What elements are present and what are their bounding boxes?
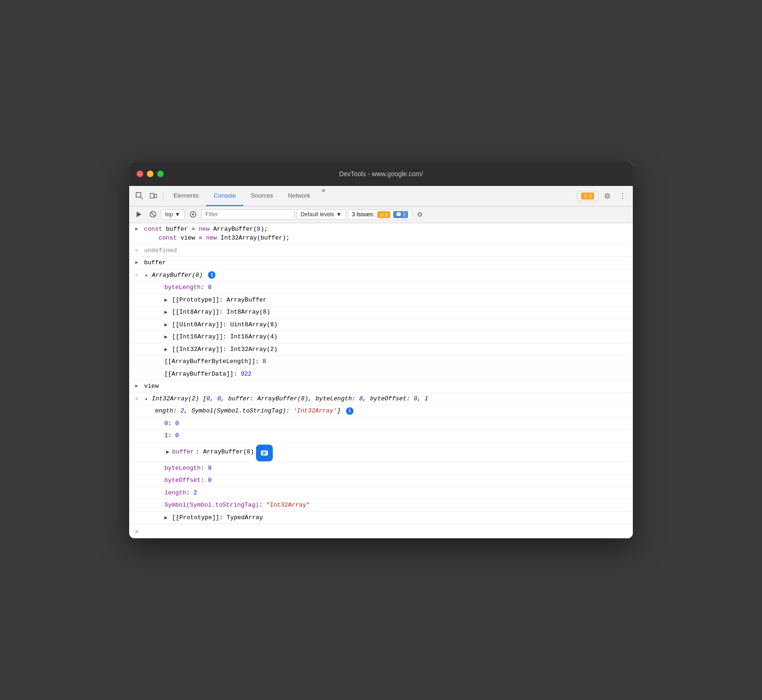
view-child-symbol: Symbol(Symbol.toStringTag): "Int32Array" bbox=[129, 499, 633, 512]
view-index-1: 1: 0 bbox=[153, 431, 629, 440]
expand-buffer-prop[interactable]: ▶ bbox=[166, 448, 169, 456]
gutter-view-child-4 bbox=[139, 464, 153, 465]
console-prompt: > bbox=[129, 524, 633, 538]
gutter-arrow-view[interactable]: ▶ bbox=[129, 382, 144, 390]
context-label: top bbox=[165, 211, 173, 218]
gutter-arrow-3[interactable]: ▶ bbox=[129, 258, 144, 266]
console-settings-button[interactable]: ⚙ bbox=[414, 209, 426, 220]
gutter-view-2 bbox=[129, 406, 144, 407]
view-child-length: length: 2 bbox=[129, 487, 633, 500]
levels-arrow: ▼ bbox=[336, 211, 342, 218]
maximize-button[interactable] bbox=[157, 171, 164, 177]
gutter-view-child-3 bbox=[139, 444, 153, 445]
toolbar-divider bbox=[163, 191, 163, 200]
tab-sources[interactable]: Sources bbox=[243, 186, 281, 206]
live-expressions-button[interactable] bbox=[187, 209, 200, 220]
settings-button[interactable]: ⚙ bbox=[601, 190, 613, 202]
close-button[interactable] bbox=[137, 171, 143, 177]
child-byteLength: byteLength: 8 bbox=[153, 283, 629, 292]
view-prototype: ▶ [[Prototype]]: TypedArray bbox=[153, 513, 629, 522]
console-issues[interactable]: 3 Issues: ⚠ 1 💬 2 bbox=[348, 209, 412, 220]
prompt-cursor[interactable] bbox=[144, 527, 629, 535]
console-entry-2: < undefined bbox=[129, 245, 633, 257]
expand-int8[interactable]: ▶ bbox=[164, 309, 167, 316]
console-entry-view-input: ▶ view bbox=[129, 380, 633, 393]
tab-elements[interactable]: Elements bbox=[166, 186, 206, 206]
cursor-tooltip-icon[interactable] bbox=[256, 445, 273, 461]
expand-arraybuffer[interactable]: ▾ bbox=[142, 274, 150, 277]
execute-button[interactable] bbox=[133, 210, 145, 219]
gutter-view-child-1 bbox=[139, 419, 153, 420]
tab-network[interactable]: Network bbox=[281, 186, 318, 206]
console-entry-1: ▶ const buffer = new ArrayBuffer(8); con… bbox=[129, 223, 633, 245]
filter-input[interactable] bbox=[201, 209, 295, 220]
info-icon-int32array[interactable]: i bbox=[346, 407, 353, 415]
inspect-element-button[interactable] bbox=[133, 190, 146, 201]
console-child-bufferByteLength: [[ArrayBufferByteLength]]: 8 bbox=[129, 356, 633, 368]
gutter-child-3 bbox=[139, 308, 153, 309]
issues-text: 3 Issues: bbox=[352, 211, 374, 218]
console-output-view: ▾ Int32Array(2) [0, 0, buffer: ArrayBuff… bbox=[144, 394, 629, 404]
gutter-view-child-2 bbox=[139, 431, 153, 432]
view-child-prototype: ▶ [[Prototype]]: TypedArray bbox=[129, 512, 633, 524]
info-icon-arraybuffer[interactable]: i bbox=[208, 271, 215, 279]
gutter-child-6 bbox=[139, 345, 153, 346]
more-tabs-button[interactable]: » bbox=[318, 186, 329, 206]
issues-container[interactable]: ⚠ 1 bbox=[577, 191, 598, 201]
toolbar-right: ⚠ 1 ⚙ ⋮ bbox=[577, 190, 629, 202]
context-selector[interactable]: top ▼ bbox=[161, 209, 185, 220]
levels-selector[interactable]: Default levels ▼ bbox=[297, 209, 346, 220]
prompt-icon: > bbox=[129, 528, 144, 535]
devtools-window: DevTools - www.google.com/ Elements bbox=[129, 162, 633, 539]
child-int32: ▶ [[Int32Array]]: Int32Array(2) bbox=[153, 345, 629, 354]
view-child-byteOffset: byteOffset: 0 bbox=[129, 474, 633, 487]
console-output-4: ▾ ArrayBuffer(8) i bbox=[144, 271, 629, 280]
child-int8: ▶ [[Int8Array]]: Int8Array(8) bbox=[153, 308, 629, 317]
minimize-button[interactable] bbox=[147, 171, 153, 177]
console-child-int16: ▶ [[Int16Array]]: Int16Array(4) bbox=[129, 331, 633, 343]
warning-badge: ⚠ 1 bbox=[581, 192, 594, 199]
console-child-uint8: ▶ [[Uint8Array]]: Uint8Array(8) bbox=[129, 319, 633, 331]
traffic-lights bbox=[137, 171, 164, 177]
console-child-bufferData: [[ArrayBufferData]]: 922 bbox=[129, 368, 633, 381]
clear-console-button[interactable] bbox=[147, 210, 159, 219]
gutter-child-7 bbox=[139, 357, 153, 358]
expand-typed-array-proto[interactable]: ▶ bbox=[164, 514, 167, 522]
gutter-child-4 bbox=[139, 320, 153, 321]
console-entry-view-line2: ength: 2, Symbol(Symbol.toStringTag): 'I… bbox=[129, 405, 633, 418]
gutter-2: < bbox=[129, 246, 144, 255]
device-toggle-button[interactable] bbox=[147, 190, 160, 201]
expand-uint8[interactable]: ▶ bbox=[164, 321, 167, 329]
expand-int32array[interactable]: ▾ bbox=[142, 398, 150, 401]
console-toolbar: top ▼ Default levels ▼ 3 Issues: ⚠ 1 💬 2… bbox=[129, 206, 633, 223]
console-child-int32: ▶ [[Int32Array]]: Int32Array(2) bbox=[129, 343, 633, 356]
child-int16: ▶ [[Int16Array]]: Int16Array(4) bbox=[153, 332, 629, 342]
console-code-1: const buffer = new ArrayBuffer(8); const… bbox=[144, 225, 629, 243]
gutter-view-child-6 bbox=[139, 488, 153, 489]
view-byteLength: byteLength: 8 bbox=[153, 464, 629, 473]
view-child-byteLength: byteLength: 8 bbox=[129, 462, 633, 475]
main-toolbar: Elements Console Sources Network » ⚠ 1 ⚙ bbox=[129, 186, 633, 206]
view-child-0: 0: 0 bbox=[129, 418, 633, 430]
gutter-arrow-1[interactable]: ▶ bbox=[129, 225, 144, 233]
titlebar: DevTools - www.google.com/ bbox=[129, 162, 633, 186]
gutter-child-8 bbox=[139, 370, 153, 371]
svg-rect-3 bbox=[154, 194, 157, 198]
gutter-child-5 bbox=[139, 332, 153, 333]
console-code-3: buffer bbox=[144, 258, 629, 268]
svg-marker-4 bbox=[137, 212, 141, 217]
more-options-button[interactable]: ⋮ bbox=[616, 190, 629, 202]
console-child-byteLength: byteLength: 8 bbox=[129, 281, 633, 294]
gutter-view-child-7 bbox=[139, 501, 153, 501]
expand-int16[interactable]: ▶ bbox=[164, 333, 167, 341]
tab-console[interactable]: Console bbox=[206, 186, 243, 206]
console-output-2: undefined bbox=[144, 246, 629, 255]
expand-int32[interactable]: ▶ bbox=[164, 346, 167, 354]
expand-prototype[interactable]: ▶ bbox=[164, 296, 167, 304]
view-child-1: 1: 0 bbox=[129, 430, 633, 442]
view-buffer: ▶ buffer: ArrayBuffer(8) bbox=[153, 444, 629, 460]
gutter-view-child-8 bbox=[139, 513, 153, 514]
levels-label: Default levels bbox=[301, 211, 334, 218]
issues-info-badge: 💬 2 bbox=[393, 211, 408, 218]
child-bufferData: [[ArrayBufferData]]: 922 bbox=[153, 370, 629, 379]
